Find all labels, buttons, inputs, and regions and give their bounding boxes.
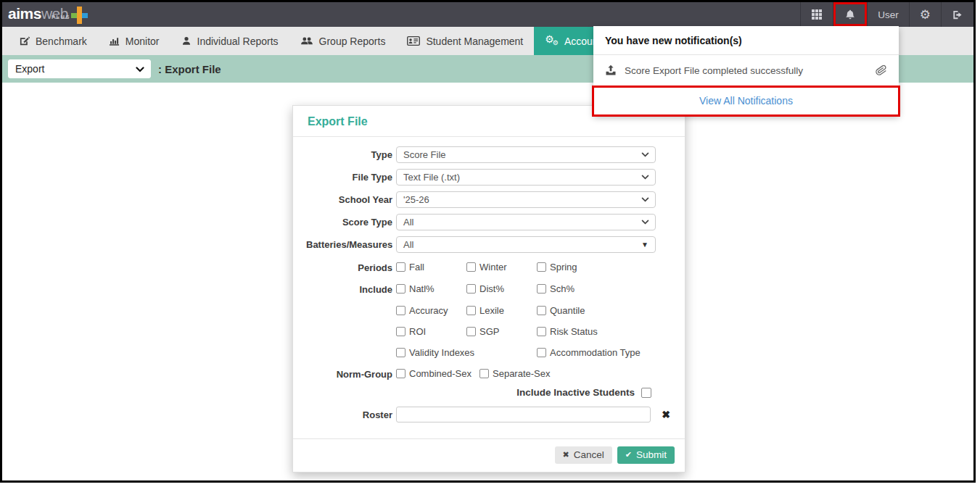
chevron-down-icon	[641, 197, 649, 202]
batteries-measures-label: Batteries/Measures	[306, 236, 392, 250]
norm-group-row: Norm-Group Combined-Sex Separate-Sex	[306, 368, 670, 380]
topbar-actions: User ⚙	[800, 2, 973, 27]
checkbox-include-inactive-students[interactable]	[641, 388, 651, 398]
checkbox-accommodation-type[interactable]	[537, 348, 546, 357]
include-accommodation-type-option: Accommodation Type	[537, 347, 641, 358]
logo-part-aims: aims	[8, 5, 41, 22]
tab-individual-reports[interactable]: Individual Reports	[170, 27, 289, 55]
checkbox-fall[interactable]	[396, 262, 405, 272]
checkbox-sch[interactable]	[537, 284, 546, 294]
norm-combined-sex-option: Combined-Sex	[396, 368, 479, 379]
include-row-2: Accuracy Lexile Quantile	[306, 305, 670, 316]
triangle-down-icon: ▼	[641, 241, 648, 249]
modal-footer: ✖ Cancel ✔ Submit	[293, 438, 685, 472]
roster-clear-icon[interactable]: ✖	[662, 407, 670, 420]
checkbox-spring[interactable]	[537, 262, 546, 272]
view-all-notifications-link[interactable]: View All Notifications	[699, 95, 793, 107]
periods-row: Periods Fall Winter Spring	[306, 262, 670, 273]
check-icon: ✔	[625, 450, 632, 459]
checkbox-validity-indexes[interactable]	[396, 348, 405, 357]
notifications-header: You have new notification(s)	[593, 26, 899, 55]
tab-student-management[interactable]: Student Management	[396, 27, 534, 55]
logo-plus-badge: PLUS	[52, 9, 70, 25]
include-inactive-students-label: Include Inactive Students	[516, 387, 635, 398]
notifications-panel: You have new notification(s) Score Expor…	[593, 26, 899, 115]
file-type-select-value: Text File (.txt)	[403, 172, 460, 183]
include-sch-option: Sch%	[537, 283, 575, 294]
notifications-bell-button[interactable]	[833, 2, 867, 27]
checkbox-quantile[interactable]	[537, 306, 546, 315]
checkbox-winter[interactable]	[466, 262, 476, 272]
score-type-select[interactable]: All	[396, 214, 656, 230]
type-select[interactable]: Score File	[396, 146, 656, 163]
checkbox-lexile[interactable]	[466, 306, 476, 315]
cancel-x-icon: ✖	[563, 450, 569, 459]
tab-monitor[interactable]: Monitor	[98, 27, 170, 55]
apps-grid-button[interactable]	[800, 2, 833, 27]
roster-row: Roster ✖	[306, 407, 670, 423]
user-icon	[181, 36, 192, 46]
logout-button[interactable]	[941, 2, 973, 27]
chevron-down-icon	[136, 63, 144, 75]
include-validity-indexes-option: Validity Indexes	[396, 347, 537, 358]
cancel-button[interactable]: ✖ Cancel	[555, 446, 612, 464]
checkbox-dist[interactable]	[466, 284, 476, 294]
include-quantile-option: Quantile	[537, 305, 585, 316]
tab-group-reports[interactable]: Group Reports	[289, 27, 397, 55]
checkbox-roi[interactable]	[396, 327, 405, 336]
tab-label: Monitor	[125, 36, 160, 47]
chevron-down-icon	[641, 152, 649, 157]
modal-body: Type Score File File Type Text File (.tx…	[293, 137, 685, 433]
include-label: Include	[306, 283, 392, 295]
page-context-label: : Export File	[158, 63, 221, 75]
include-accuracy-option: Accuracy	[396, 305, 466, 316]
checkbox-risk-status[interactable]	[537, 327, 546, 336]
include-row-1: Include Natl% Dist% Sch%	[306, 283, 670, 295]
id-card-icon	[407, 36, 420, 46]
paperclip-icon[interactable]	[876, 64, 887, 76]
norm-group-label: Norm-Group	[306, 368, 392, 380]
include-roi-option: ROI	[396, 326, 466, 337]
settings-button[interactable]: ⚙	[909, 2, 941, 27]
score-type-select-value: All	[403, 217, 413, 228]
cogs-icon: ⚙⚙	[545, 35, 559, 47]
score-type-label: Score Type	[306, 214, 392, 228]
file-type-select[interactable]: Text File (.txt)	[396, 169, 656, 186]
include-lexile-option: Lexile	[466, 305, 537, 316]
upload-icon	[605, 64, 617, 76]
checkbox-natl[interactable]	[396, 284, 405, 294]
period-winter-option: Winter	[466, 262, 537, 272]
roster-label: Roster	[306, 407, 392, 420]
cancel-button-label: Cancel	[574, 449, 604, 460]
include-sgp-option: SGP	[466, 326, 537, 337]
batteries-measures-select[interactable]: All ▼	[396, 236, 656, 253]
school-year-select-value: '25-26	[403, 194, 429, 205]
include-risk-status-option: Risk Status	[537, 326, 598, 337]
checkbox-accuracy[interactable]	[396, 306, 405, 315]
users-icon	[300, 36, 313, 46]
school-year-select[interactable]: '25-26	[396, 191, 656, 208]
include-natl-option: Natl%	[396, 283, 466, 294]
school-year-label: School Year	[306, 191, 392, 205]
tab-label: Benchmark	[36, 36, 87, 47]
user-menu-label: User	[878, 9, 899, 20]
export-nav-select[interactable]: Export	[8, 59, 151, 78]
school-year-field-row: School Year '25-26	[306, 191, 670, 208]
include-row-4: Validity Indexes Accommodation Type	[306, 347, 670, 358]
view-all-notifications-row[interactable]: View All Notifications	[592, 86, 900, 117]
notification-item[interactable]: Score Export File completed successfully	[593, 55, 899, 86]
export-file-modal: Export File Type Score File File Type Te…	[292, 105, 685, 473]
checkbox-separate-sex[interactable]	[479, 369, 489, 378]
roster-input[interactable]	[396, 407, 651, 423]
user-menu-button[interactable]: User	[867, 2, 909, 27]
gear-icon: ⚙	[920, 9, 931, 21]
submit-button[interactable]: ✔ Submit	[617, 446, 675, 464]
checkbox-combined-sex[interactable]	[396, 369, 405, 378]
logo-text: aimsweb PLUS	[8, 6, 68, 22]
file-type-field-row: File Type Text File (.txt)	[306, 169, 670, 186]
type-field-row: Type Score File	[306, 146, 670, 163]
checkbox-sgp[interactable]	[466, 327, 476, 336]
tab-benchmark[interactable]: Benchmark	[8, 27, 98, 55]
chevron-down-icon	[641, 220, 649, 225]
submit-button-label: Submit	[636, 449, 667, 460]
